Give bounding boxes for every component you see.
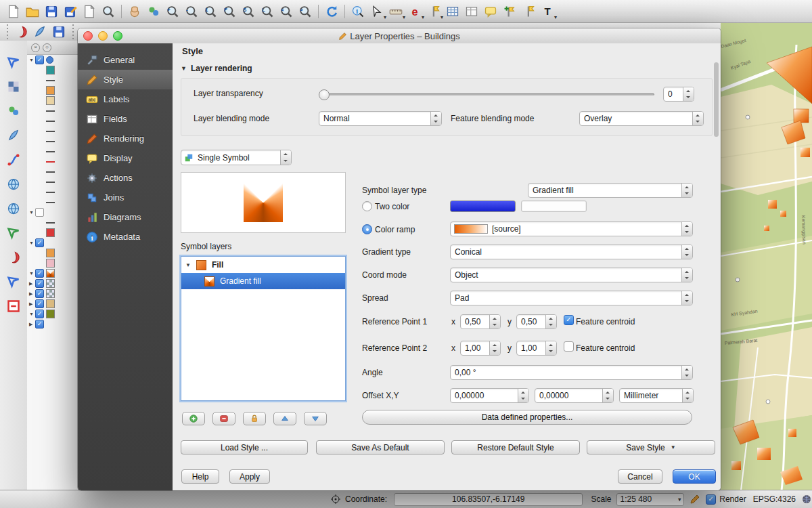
spin-buttons[interactable] — [681, 366, 692, 379]
spin-buttons[interactable] — [545, 341, 556, 355]
gradient-type-combo[interactable]: Conical — [450, 245, 693, 259]
tab-metadata[interactable]: iMetadata — [78, 227, 173, 247]
layer-item[interactable]: ▼✓ — [27, 55, 78, 65]
offset-x-spinbox[interactable]: 0,00000 — [450, 388, 529, 403]
layer-item[interactable]: ▶✓ — [27, 299, 78, 309]
toolbar-handle[interactable] — [5, 24, 9, 39]
add-wms-layer-icon[interactable] — [5, 176, 22, 192]
ref1-x-spinbox[interactable]: 0,50 — [460, 314, 501, 329]
ref1-y-spinbox[interactable]: 0,50 — [516, 314, 557, 329]
tab-joins[interactable]: Joins — [78, 188, 173, 207]
layer-item[interactable]: ▶✓ — [27, 278, 78, 289]
spin-buttons[interactable] — [545, 315, 556, 329]
data-defined-properties-button[interactable]: Data defined properties... — [362, 410, 692, 425]
expander-icon[interactable]: ▼ — [185, 262, 191, 268]
expander-icon[interactable]: ▶ — [29, 322, 35, 327]
color-ramp-radio[interactable] — [362, 224, 372, 234]
spin-buttons[interactable] — [489, 315, 500, 329]
save-layer-edits-icon[interactable] — [51, 24, 67, 40]
layer-visibility-checkbox[interactable] — [35, 208, 44, 217]
layer-item[interactable] — [27, 167, 78, 177]
transparency-slider[interactable] — [319, 89, 654, 99]
zoom-to-layer-icon[interactable]: L — [259, 3, 275, 20]
layer-item[interactable]: ▶✓ — [27, 289, 78, 299]
pan-map-icon[interactable] — [127, 3, 143, 20]
color-two-button[interactable] — [521, 200, 587, 212]
add-raster-layer-icon[interactable] — [5, 79, 22, 95]
add-symbol-layer-button[interactable] — [182, 412, 205, 425]
layer-item[interactable] — [27, 258, 78, 268]
tab-display[interactable]: Display — [78, 148, 173, 168]
label-tool-icon[interactable]: T▾ — [539, 3, 556, 20]
tree-item-gradient-fill[interactable]: Gradient fill — [181, 273, 345, 289]
zoom-to-selection-icon[interactable]: S — [240, 3, 256, 20]
cancel-button[interactable]: Cancel — [618, 469, 662, 484]
projection-icon[interactable] — [801, 494, 812, 505]
restore-default-style-button[interactable]: Restore Default Style — [451, 440, 580, 454]
float-panel-icon[interactable]: ○ — [43, 43, 51, 52]
color-ramp-combo[interactable]: [source] — [450, 221, 693, 236]
expander-icon[interactable]: ▼ — [29, 271, 35, 276]
color-one-button[interactable] — [450, 200, 516, 212]
spin-buttons[interactable] — [518, 389, 528, 402]
offset-unit-combo[interactable]: Millimeter — [619, 388, 694, 403]
touch-zoom-icon[interactable] — [145, 3, 162, 20]
dialog-scrollbar[interactable] — [714, 45, 719, 489]
remove-layer-icon[interactable] — [5, 298, 22, 314]
slider-handle[interactable] — [319, 89, 330, 100]
layer-item[interactable] — [27, 85, 78, 96]
coord-mode-combo[interactable]: Object — [450, 268, 693, 282]
layer-visibility-checkbox[interactable]: ✓ — [35, 289, 44, 298]
layer-item[interactable] — [27, 96, 78, 106]
apply-button[interactable]: Apply — [229, 469, 270, 484]
render-paint-icon[interactable] — [690, 494, 700, 505]
save-as-default-button[interactable]: Save As Default — [316, 440, 445, 454]
tab-general[interactable]: General — [78, 50, 173, 70]
layer-item[interactable] — [27, 126, 78, 136]
save-project-icon[interactable] — [43, 3, 60, 20]
layer-rendering-toggle[interactable]: ▼ Layer rendering — [181, 64, 252, 73]
text-annotation-icon[interactable]: ▾ — [426, 3, 442, 20]
layer-visibility-checkbox[interactable]: ✓ — [35, 269, 44, 278]
help-button[interactable]: Help — [181, 469, 219, 484]
renderer-combo[interactable]: Single Symbol — [181, 150, 292, 165]
layer-item[interactable]: ▼ — [27, 207, 78, 217]
layer-visibility-checkbox[interactable]: ✓ — [35, 238, 44, 247]
layer-visibility-checkbox[interactable]: ✓ — [35, 310, 44, 318]
zoom-actual-icon[interactable]: 1 — [202, 3, 219, 20]
expander-icon[interactable]: ▼ — [29, 312, 35, 316]
layer-item[interactable]: ▼✓ — [27, 268, 78, 278]
layer-visibility-checkbox[interactable]: ✓ — [35, 320, 44, 329]
layer-item[interactable]: ▼✓ — [27, 238, 78, 248]
spread-combo[interactable]: Pad — [450, 291, 693, 305]
transparency-spinbox[interactable]: 0 — [663, 87, 694, 102]
measure-icon[interactable]: ▾ — [388, 3, 404, 20]
layer-visibility-checkbox[interactable]: ✓ — [35, 299, 44, 308]
add-vector-layer-icon[interactable] — [5, 54, 22, 70]
new-bookmark-icon[interactable] — [501, 3, 518, 20]
expander-icon[interactable]: ▼ — [29, 58, 35, 62]
map-canvas[interactable]: Kyai TapaDaan MogotKemanggisanKH Syahdan… — [721, 22, 812, 490]
zoom-in-icon[interactable]: + — [164, 3, 181, 20]
feature-blending-combo[interactable]: Overlay — [579, 111, 704, 126]
expander-icon[interactable]: ▼ — [29, 210, 35, 215]
select-features-icon[interactable]: ▾ — [369, 3, 385, 20]
map-image[interactable]: Kyai TapaDaan MogotKemanggisanKH Syahdan… — [721, 22, 812, 490]
ok-button[interactable]: OK — [673, 469, 716, 484]
symbol-layer-type-combo[interactable]: Gradient fill — [528, 183, 693, 198]
ref1-feature-centroid-checkbox[interactable] — [564, 315, 574, 325]
load-style-button[interactable]: Load Style ... — [181, 440, 308, 454]
remove-symbol-layer-button[interactable] — [212, 412, 235, 425]
add-postgis-layer-icon[interactable] — [5, 127, 22, 144]
layer-item[interactable] — [27, 146, 78, 156]
map-refresh-icon[interactable] — [323, 3, 340, 20]
new-project-icon[interactable] — [5, 3, 22, 20]
layer-visibility-checkbox[interactable]: ✓ — [35, 279, 44, 288]
annotation-icon[interactable]: e▾ — [407, 3, 423, 20]
expander-icon[interactable]: ▼ — [29, 240, 35, 245]
zoom-next-icon[interactable]: > — [297, 3, 313, 20]
zoom-out-icon[interactable]: - — [183, 3, 200, 20]
toggle-editing-icon[interactable] — [32, 24, 48, 40]
two-color-radio[interactable] — [362, 201, 372, 211]
spin-buttons[interactable] — [489, 341, 500, 355]
